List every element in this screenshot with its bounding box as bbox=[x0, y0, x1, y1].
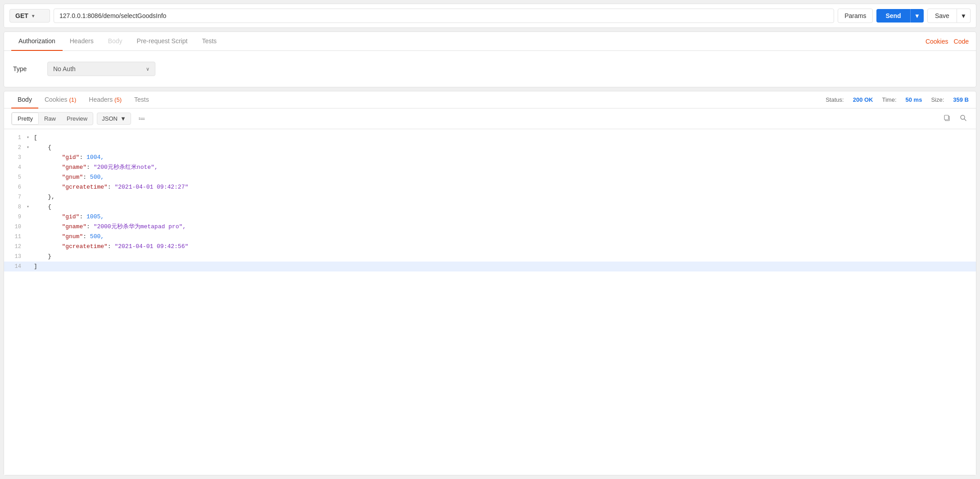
time-label: Time: bbox=[882, 96, 896, 103]
json-format-label: JSON bbox=[102, 115, 118, 122]
headers-badge: (5) bbox=[114, 96, 122, 103]
line-content: "gname": "200元秒杀红米note", bbox=[34, 163, 976, 172]
line-number: 10 bbox=[4, 222, 27, 232]
json-line: 10 "gname": "2000元秒杀华为metapad pro", bbox=[4, 222, 976, 232]
line-content: "gid": 1004, bbox=[34, 153, 976, 163]
line-content: ] bbox=[34, 262, 976, 271]
type-label: Type bbox=[13, 65, 40, 72]
fold-arrow-icon[interactable]: ▾ bbox=[27, 202, 34, 212]
tab-authorization[interactable]: Authorization bbox=[11, 32, 63, 51]
json-line: 6 "gcreatetime": "2021-04-01 09:42:27" bbox=[4, 182, 976, 192]
json-line: 9 "gid": 1005, bbox=[4, 212, 976, 222]
response-status-bar: Status: 200 OK Time: 50 ms Size: 359 B bbox=[826, 96, 969, 103]
status-label: Status: bbox=[826, 96, 844, 103]
status-value: 200 OK bbox=[853, 96, 873, 103]
tab-tests[interactable]: Tests bbox=[195, 32, 224, 51]
save-button-group: Save ▼ bbox=[927, 9, 971, 23]
line-number: 4 bbox=[4, 163, 27, 172]
toolbar-right bbox=[942, 113, 969, 124]
cookies-badge: (1) bbox=[69, 96, 76, 103]
line-content: "gnum": 500, bbox=[34, 172, 976, 182]
request-tabs-row: Authorization Headers Body Pre-request S… bbox=[4, 32, 976, 51]
time-value: 50 ms bbox=[906, 96, 922, 103]
request-tabs-right: Cookies Code bbox=[926, 32, 969, 50]
line-number: 3 bbox=[4, 153, 27, 163]
size-value: 359 B bbox=[953, 96, 969, 103]
preview-button[interactable]: Preview bbox=[61, 113, 93, 125]
save-dropdown-button[interactable]: ▼ bbox=[957, 9, 971, 23]
send-button[interactable]: Send bbox=[876, 9, 910, 23]
json-line: 12 "gcreatetime": "2021-04-01 09:42:56" bbox=[4, 242, 976, 252]
raw-button[interactable]: Raw bbox=[39, 113, 61, 125]
method-label: GET bbox=[15, 12, 28, 19]
response-tabs-row: Body Cookies (1) Headers (5) Tests Statu… bbox=[4, 91, 976, 108]
url-input[interactable] bbox=[54, 9, 834, 23]
pretty-button[interactable]: Pretty bbox=[12, 113, 39, 125]
filter-icon[interactable]: ≔ bbox=[135, 113, 149, 125]
json-viewer: 1▾[2▾ {3 "gid": 1004,4 "gname": "200元秒杀红… bbox=[4, 129, 976, 475]
line-content: }, bbox=[34, 192, 976, 202]
search-button[interactable] bbox=[958, 113, 969, 124]
line-number: 1 bbox=[4, 133, 27, 143]
format-toolbar: Pretty Raw Preview JSON ▼ ≔ bbox=[4, 108, 976, 129]
request-panel: Authorization Headers Body Pre-request S… bbox=[4, 32, 976, 87]
line-number: 7 bbox=[4, 192, 27, 202]
line-number: 13 bbox=[4, 252, 27, 262]
line-content: { bbox=[34, 143, 976, 153]
line-number: 6 bbox=[4, 182, 27, 192]
auth-type-select[interactable]: No Auth ∨ bbox=[47, 62, 155, 76]
svg-rect-1 bbox=[944, 115, 948, 120]
json-line: 3 "gid": 1004, bbox=[4, 153, 976, 163]
line-content: } bbox=[34, 252, 976, 262]
svg-line-3 bbox=[964, 119, 966, 121]
line-content: "gname": "2000元秒杀华为metapad pro", bbox=[34, 222, 976, 232]
method-chevron-icon: ▼ bbox=[31, 14, 36, 18]
format-btn-group: Pretty Raw Preview bbox=[11, 112, 93, 125]
tab-pre-request-script[interactable]: Pre-request Script bbox=[130, 32, 195, 51]
line-content: [ bbox=[34, 133, 976, 143]
line-content: { bbox=[34, 202, 976, 212]
line-content: "gcreatetime": "2021-04-01 09:42:27" bbox=[34, 182, 976, 192]
save-button[interactable]: Save bbox=[927, 9, 957, 23]
response-panel: Body Cookies (1) Headers (5) Tests Statu… bbox=[4, 91, 976, 475]
copy-button[interactable] bbox=[942, 113, 953, 124]
json-line: 8▾ { bbox=[4, 202, 976, 212]
save-chevron-icon: ▼ bbox=[961, 13, 966, 19]
size-label: Size: bbox=[931, 96, 944, 103]
json-line: 2▾ { bbox=[4, 143, 976, 153]
line-number: 9 bbox=[4, 212, 27, 222]
line-number: 14 bbox=[4, 262, 27, 271]
auth-type-chevron-icon: ∨ bbox=[146, 66, 150, 72]
auth-body: Type No Auth ∨ bbox=[4, 51, 976, 87]
line-number: 2 bbox=[4, 143, 27, 153]
line-number: 5 bbox=[4, 172, 27, 182]
json-line: 7 }, bbox=[4, 192, 976, 202]
params-button[interactable]: Params bbox=[838, 9, 873, 23]
tab-body[interactable]: Body bbox=[101, 32, 130, 51]
response-tab-body[interactable]: Body bbox=[11, 91, 38, 108]
send-chevron-icon: ▼ bbox=[914, 13, 920, 19]
json-format-select[interactable]: JSON ▼ bbox=[97, 113, 131, 125]
auth-type-value: No Auth bbox=[53, 65, 76, 72]
tab-headers[interactable]: Headers bbox=[63, 32, 101, 51]
response-tab-tests[interactable]: Tests bbox=[128, 91, 155, 108]
json-chevron-icon: ▼ bbox=[120, 115, 126, 122]
json-line: 14 ] bbox=[4, 262, 976, 271]
json-line: 13 } bbox=[4, 252, 976, 262]
request-bar: GET ▼ Params Send ▼ Save ▼ bbox=[4, 4, 976, 28]
method-selector[interactable]: GET ▼ bbox=[9, 9, 50, 23]
send-dropdown-button[interactable]: ▼ bbox=[910, 9, 924, 23]
json-line: 11 "gnum": 500, bbox=[4, 232, 976, 242]
send-button-group: Send ▼ bbox=[876, 9, 923, 23]
json-line: 4 "gname": "200元秒杀红米note", bbox=[4, 163, 976, 172]
fold-arrow-icon[interactable]: ▾ bbox=[27, 133, 34, 143]
code-link[interactable]: Code bbox=[954, 38, 969, 45]
json-line: 1▾[ bbox=[4, 133, 976, 143]
line-content: "gcreatetime": "2021-04-01 09:42:56" bbox=[34, 242, 976, 252]
response-tab-headers[interactable]: Headers (5) bbox=[82, 91, 128, 108]
line-content: "gid": 1005, bbox=[34, 212, 976, 222]
cookies-link[interactable]: Cookies bbox=[926, 38, 948, 45]
fold-arrow-icon[interactable]: ▾ bbox=[27, 143, 34, 153]
response-tab-cookies[interactable]: Cookies (1) bbox=[38, 91, 82, 108]
line-number: 8 bbox=[4, 202, 27, 212]
